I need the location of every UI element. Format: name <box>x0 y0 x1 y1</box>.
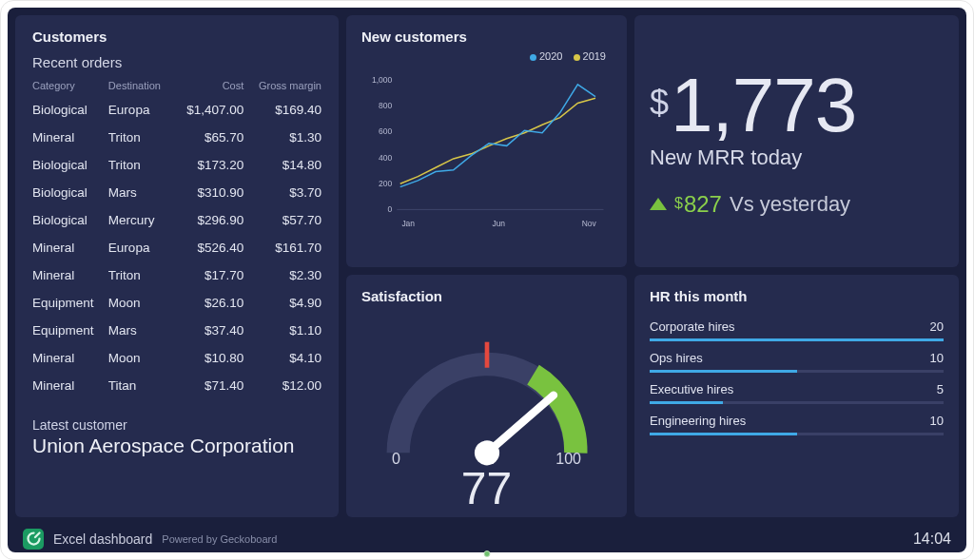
table-row: EquipmentMars$37.40$1.10 <box>32 317 321 344</box>
cell-cost: $26.10 <box>173 289 244 317</box>
device-frame: New customers 2020 2019 1,000 800 600 40… <box>0 0 974 560</box>
card-title: Satisfaction <box>361 288 612 304</box>
legend-dot-2020 <box>530 54 536 61</box>
line-chart-svg: 1,000 800 600 400 200 0 Jan Jun Nov <box>361 50 612 256</box>
hr-bar-bg <box>650 433 944 435</box>
svg-text:1,000: 1,000 <box>372 75 392 85</box>
cell-destination: Mars <box>108 179 173 206</box>
legend-dot-2019 <box>574 54 580 61</box>
cell-category: Biological <box>32 179 108 206</box>
legend-label-2019: 2019 <box>583 50 606 62</box>
cell-category: Biological <box>32 206 108 234</box>
card-satisfaction: Satisfaction 0 100 77 <box>346 275 627 517</box>
cell-cost: $10.80 <box>173 344 244 372</box>
gauge-needle <box>487 396 554 454</box>
device-camera-icon <box>484 550 491 557</box>
gauge-min: 0 <box>392 451 400 468</box>
latest-customer-label: Latest customer <box>32 417 321 433</box>
up-arrow-icon <box>650 198 667 210</box>
card-mrr: $ 1,773 New MRR today $827 Vs yesterday <box>634 15 959 267</box>
hr-bar-fill <box>650 370 797 373</box>
cell-destination: Moon <box>108 289 173 317</box>
dashboard-grid: New customers 2020 2019 1,000 800 600 40… <box>8 8 966 525</box>
table-row: MineralTriton$65.70$1.30 <box>32 124 321 151</box>
card-customers: Customers Recent orders Category Destina… <box>15 15 339 517</box>
mrr-delta-suffix: Vs yesterday <box>730 192 850 217</box>
footer-bar: Excel dashboard Powered by Geckoboard 14… <box>8 525 966 552</box>
cell-category: Equipment <box>32 289 108 317</box>
gauge: 0 100 77 <box>361 310 612 514</box>
svg-text:200: 200 <box>379 179 392 188</box>
cell-cost: $526.40 <box>173 234 244 261</box>
legend-label-2020: 2020 <box>539 50 562 62</box>
mrr-value: 1,773 <box>671 68 856 144</box>
table-row: BiologicalMars$310.90$3.70 <box>32 179 321 206</box>
hr-row: Ops hires10 <box>650 351 944 373</box>
gauge-max: 100 <box>555 451 581 468</box>
hr-row: Executive hires5 <box>650 382 944 404</box>
table-row: MineralTriton$17.70$2.30 <box>32 261 321 289</box>
table-row: MineralEuropa$526.40$161.70 <box>32 234 321 261</box>
cell-destination: Mercury <box>108 206 173 234</box>
svg-text:600: 600 <box>379 126 392 136</box>
cell-category: Equipment <box>32 317 108 344</box>
cell-category: Biological <box>32 96 108 124</box>
geckoboard-logo-icon <box>23 529 44 550</box>
hr-label: Corporate hires <box>650 319 735 334</box>
cell-category: Mineral <box>32 234 108 261</box>
hr-value: 5 <box>937 382 944 396</box>
customers-subhead: Recent orders <box>32 54 321 70</box>
hr-bar-fill <box>650 433 797 435</box>
mrr-currency: $ <box>650 83 669 123</box>
hr-row: Corporate hires20 <box>650 319 944 341</box>
cell-gross-margin: $1.10 <box>244 317 321 344</box>
cell-destination: Europa <box>108 234 173 261</box>
table-row: BiologicalEuropa$1,407.00$169.40 <box>32 96 321 124</box>
hr-bar-bg <box>650 338 944 341</box>
mrr-delta-row: $827 Vs yesterday <box>650 191 944 218</box>
hr-bar-fill <box>650 401 723 404</box>
hr-value: 10 <box>930 351 944 365</box>
orders-table: Category Destination Cost Gross margin B… <box>32 76 321 398</box>
cell-destination: Titan <box>108 372 173 399</box>
hr-row: Engineering hires10 <box>650 414 944 435</box>
series-2019 <box>400 98 595 183</box>
cell-gross-margin: $14.80 <box>244 151 321 179</box>
cell-gross-margin: $12.00 <box>244 372 321 399</box>
orders-header-row: Category Destination Cost Gross margin <box>32 76 321 96</box>
hr-label: Engineering hires <box>650 414 746 428</box>
svg-text:0: 0 <box>388 204 393 214</box>
cell-cost: $1,407.00 <box>173 96 244 124</box>
cell-destination: Moon <box>108 344 173 372</box>
col-category: Category <box>32 76 108 96</box>
footer-clock: 14:04 <box>913 531 951 548</box>
cell-cost: $296.90 <box>173 206 244 234</box>
cell-gross-margin: $3.70 <box>244 179 321 206</box>
svg-text:Nov: Nov <box>582 219 597 228</box>
table-row: BiologicalMercury$296.90$57.70 <box>32 206 321 234</box>
cell-category: Mineral <box>32 372 108 399</box>
mrr-label: New MRR today <box>650 145 944 170</box>
hr-bar-bg <box>650 370 944 373</box>
line-chart: 2020 2019 1,000 800 600 400 200 0 Jan Ju… <box>361 50 612 256</box>
card-title: Customers <box>32 29 321 45</box>
cell-cost: $173.20 <box>173 151 244 179</box>
svg-text:400: 400 <box>379 153 392 163</box>
hr-bar-bg <box>650 401 944 404</box>
series-2020 <box>400 85 595 187</box>
hr-value: 10 <box>930 414 944 428</box>
gauge-svg <box>354 310 620 472</box>
col-destination: Destination <box>108 76 173 96</box>
latest-customer-value: Union Aerospace Corporation <box>32 434 321 457</box>
hr-value: 20 <box>930 319 944 334</box>
cell-gross-margin: $57.70 <box>244 206 321 234</box>
card-new-customers: New customers 2020 2019 1,000 800 600 40… <box>346 15 627 267</box>
cell-category: Mineral <box>32 344 108 372</box>
col-cost: Cost <box>173 76 244 96</box>
cell-gross-margin: $4.10 <box>244 344 321 372</box>
gauge-value: 77 <box>461 462 512 514</box>
cell-destination: Europa <box>108 96 173 124</box>
cell-gross-margin: $169.40 <box>244 96 321 124</box>
cell-category: Mineral <box>32 261 108 289</box>
cell-destination: Triton <box>108 261 173 289</box>
